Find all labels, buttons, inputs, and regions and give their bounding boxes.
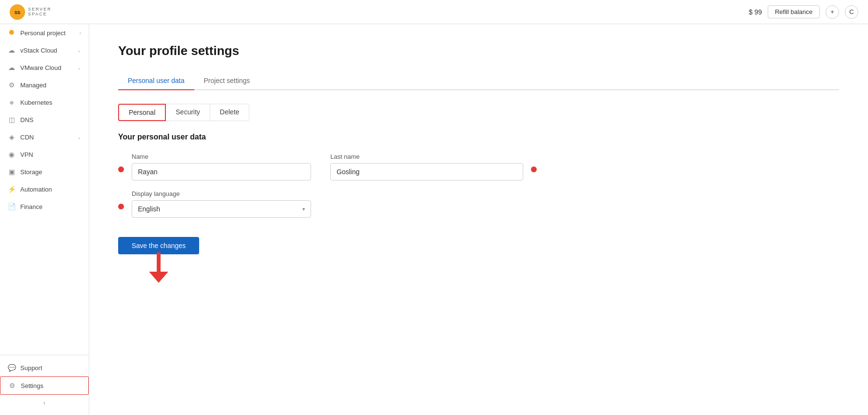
language-field-group: Display language English Français Deutsc… [118,190,311,218]
sidebar-item-vmware-cloud[interactable]: ☁ VMware Cloud ⌄ [0,59,89,76]
name-label: Name [132,153,311,160]
personal-project-icon [8,29,15,37]
last-name-label: Last name [330,153,523,160]
managed-icon: ⚙ [8,81,15,89]
section-title: Your personal user data [118,133,839,141]
add-button[interactable]: + [826,5,839,19]
subtab-security[interactable]: Security [165,104,210,121]
sidebar-item-label: Automation [20,186,52,193]
collapse-icon: ‹ [43,400,45,406]
svg-point-2 [9,30,14,35]
content-area: Your profile settings Personal user data… [89,24,868,415]
last-name-field-group: Last name [330,153,523,180]
header: SS SERVER SPACE $ 99 Refill balance + C [0,0,868,24]
name-input[interactable] [132,163,311,180]
save-changes-button[interactable]: Save the changes [118,237,199,254]
last-name-field-indicator [531,166,537,172]
profile-form: Name Last name Display language English [118,153,839,254]
finance-icon: 📄 [8,203,15,210]
language-label: Display language [132,190,311,197]
name-field-group: Name [118,153,311,180]
sidebar-item-label: CDN [20,134,34,141]
language-select-wrapper: English Français Deutsch Español ▾ [132,200,311,218]
name-field-indicator [118,166,124,172]
vpn-icon: ◉ [8,151,15,158]
sidebar-item-dns[interactable]: ◫ DNS [0,111,89,128]
header-right: $ 99 Refill balance + C [749,5,858,19]
user-avatar-button[interactable]: C [845,5,858,19]
sidebar-item-label: Support [20,364,42,372]
subtab-personal[interactable]: Personal [118,104,166,121]
sidebar-item-label: VPN [20,151,33,158]
sidebar-personal-project-label: Personal project [20,29,66,37]
tab-personal-user-data[interactable]: Personal user data [118,72,194,90]
sidebar: Personal project › ☁ vStack Cloud ⌄ ☁ VM… [0,24,89,415]
last-name-input[interactable] [330,163,523,180]
main-layout: Personal project › ☁ vStack Cloud ⌄ ☁ VM… [0,24,868,415]
sidebar-item-label: Kubernetes [20,99,53,106]
logo-icon: SS [10,4,25,20]
vmware-cloud-icon: ☁ [8,64,15,71]
sidebar-item-settings[interactable]: ⚙ Settings [0,376,89,395]
save-btn-container: Save the changes [118,231,199,254]
arrow-annotation [147,250,171,286]
sidebar-item-automation[interactable]: ⚡ Automation [0,180,89,198]
chevron-down-icon: ⌄ [77,48,81,53]
sidebar-item-label: Finance [20,203,42,210]
chevron-down-icon: ⌄ [77,65,81,70]
sidebar-item-label: Managed [20,82,46,89]
chevron-down-icon: ⌄ [77,135,81,140]
logo-text: SERVER SPACE [28,7,52,17]
sidebar-collapse-button[interactable]: ‹ [0,395,89,411]
sidebar-item-label: DNS [20,116,33,124]
settings-icon: ⚙ [8,382,16,389]
sidebar-item-vpn[interactable]: ◉ VPN [0,146,89,163]
main-tabs: Personal user data Project settings [118,72,839,90]
sidebar-item-managed[interactable]: ⚙ Managed [0,76,89,94]
language-row: Display language English Français Deutsc… [118,190,839,218]
sidebar-item-personal-project[interactable]: Personal project › [0,24,89,42]
language-select[interactable]: English Français Deutsch Español [132,200,311,218]
refill-balance-button[interactable]: Refill balance [768,5,820,18]
sidebar-item-finance[interactable]: 📄 Finance [0,198,89,215]
subtab-delete[interactable]: Delete [210,104,249,121]
support-icon: 💬 [8,364,15,372]
dns-icon: ◫ [8,116,15,124]
sidebar-item-label: vStack Cloud [20,47,57,54]
logo: SS SERVER SPACE [10,4,52,20]
sidebar-item-storage[interactable]: ▣ Storage [0,163,89,180]
page-title: Your profile settings [118,43,839,58]
svg-marker-4 [149,272,168,283]
storage-icon: ▣ [8,168,15,176]
balance-display: $ 99 [749,8,762,16]
sub-tabs: Personal Security Delete [118,104,839,121]
name-row: Name Last name [118,153,839,180]
sidebar-item-kubernetes[interactable]: ⎈ Kubernetes [0,94,89,111]
sidebar-item-vstack-cloud[interactable]: ☁ vStack Cloud ⌄ [0,42,89,59]
automation-icon: ⚡ [8,185,15,193]
chevron-right-icon: › [80,30,81,36]
sidebar-item-support[interactable]: 💬 Support [0,359,89,376]
language-field-indicator [118,204,124,209]
sidebar-bottom: 💬 Support ⚙ Settings ‹ [0,355,89,415]
cdn-icon: ◈ [8,133,15,141]
sidebar-item-label: VMware Cloud [20,64,61,71]
sidebar-item-label: Settings [21,382,43,389]
tab-project-settings[interactable]: Project settings [194,72,260,90]
sidebar-item-label: Storage [20,168,42,176]
kubernetes-icon: ⎈ [8,98,15,106]
svg-text:SS: SS [14,10,20,15]
vstack-cloud-icon: ☁ [8,46,15,54]
sidebar-item-cdn[interactable]: ◈ CDN ⌄ [0,128,89,146]
